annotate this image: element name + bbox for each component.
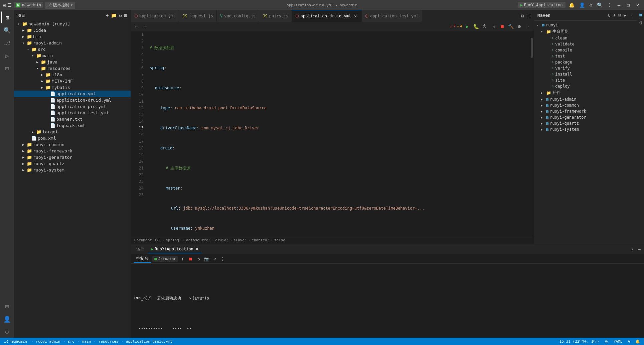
sidebar-item-mybatis[interactable]: ▶ 📁 mybatis (14, 84, 131, 91)
new-file-icon[interactable]: + (106, 13, 109, 18)
menu-icon[interactable]: ☰ (7, 2, 12, 8)
maven-item-compile[interactable]: ▶ ⚡ compile (534, 47, 637, 53)
sidebar-item-application-pro-yml[interactable]: ▶ 📄 application-pro.yml (14, 103, 131, 110)
console-restart-button[interactable]: ↻ (195, 256, 202, 262)
status-input-method[interactable]: A (626, 339, 631, 344)
console-more2-button[interactable]: ⋮ (219, 256, 226, 262)
sidebar-item-main[interactable]: ▾ 📁 main (14, 52, 131, 59)
console-actuator[interactable]: Actuator (152, 256, 178, 262)
sidebar-item-src[interactable]: ▾ 📁 src (14, 46, 131, 52)
tab-pairs-js[interactable]: JS pairs.js (259, 10, 292, 22)
maven-icon-fixed[interactable]: m (639, 11, 643, 18)
bottom-tab-ruoyi[interactable]: ▶ RuoYiApplication ✕ (148, 245, 201, 253)
activity-debug[interactable]: ▷ (1, 49, 13, 62)
maven-item-lifecycle[interactable]: ▾ 📁 生命周期 (534, 28, 637, 35)
sidebar-item-banner-txt[interactable]: ▶ 📄 banner.txt (14, 116, 131, 122)
new-folder-icon[interactable]: 📁 (111, 13, 117, 18)
breadcrumb-slave[interactable]: slave: (233, 238, 247, 242)
project-branch[interactable]: N newadmin (14, 2, 43, 8)
more-icon[interactable]: ⋮ (606, 2, 613, 8)
tab-vue-config-js[interactable]: V vue.config.js (217, 10, 259, 22)
activity-remote[interactable]: ⊟ (1, 300, 13, 312)
code-content[interactable]: # 数据源配置 spring: datasource: type: com.al… (147, 31, 530, 236)
toolbar-back-button[interactable]: ← (133, 23, 140, 30)
activity-extensions[interactable]: ⊡ (1, 62, 13, 74)
sidebar-item-application-yml[interactable]: ▶ 📄 application.yml (14, 91, 131, 97)
maven-collapse2-icon[interactable]: ⊟ (618, 12, 622, 18)
activity-search[interactable]: 🔍 (1, 24, 13, 36)
sidebar-item-application-test-yml[interactable]: ▶ 📄 application-test.yml (14, 110, 131, 116)
sidebar-item-meta-inf[interactable]: ▶ 📁 META-INF (14, 78, 131, 84)
settings2-icon[interactable]: ⚙ (588, 2, 594, 8)
toolbar-build-button[interactable]: 🔨 (507, 23, 514, 30)
code-editor[interactable]: 1 2 3 4 5 6 7 8 9 10 11 12 13 14 (131, 31, 534, 236)
sidebar-item-ruoyi-admin[interactable]: ▾ 📁 ruoyi-admin (14, 40, 131, 46)
maven-item-plugins[interactable]: ▶ 📁 插件 (534, 89, 637, 96)
toolbar-stop-button[interactable]: ⏹ (498, 23, 506, 30)
sidebar-item-ruoyi-system[interactable]: ▶ 📁 ruoyi-system (14, 167, 131, 173)
sidebar-item-i18n[interactable]: ▶ 📁 i18n (14, 72, 131, 78)
tab-druid-close-button[interactable]: ✕ (353, 13, 358, 19)
status-cursor[interactable]: 15:31 (22字符, 1行) (558, 339, 601, 344)
breadcrumb-false[interactable]: false (274, 238, 285, 242)
bottom-more-button[interactable]: ⋮ (629, 246, 636, 252)
toolbar-debug-button[interactable]: 🐛 (472, 23, 480, 30)
sidebar-item-idea[interactable]: ▶ 📁 .idea (14, 27, 131, 33)
breadcrumb-druid[interactable]: druid: (215, 238, 229, 242)
bottom-minimize-button[interactable]: — (637, 246, 642, 252)
activity-explorer[interactable]: ⊞ (1, 11, 13, 23)
maven-item-test[interactable]: ▶ ⚡ test (534, 53, 637, 59)
vcs-badge[interactable]: ⎇ 版本控制 ▾ (45, 2, 75, 9)
sidebar-item-target[interactable]: ▶ 📁 target (14, 129, 131, 135)
console-up-button[interactable]: ↑ (179, 256, 186, 262)
editor-scrollbar[interactable] (530, 31, 534, 236)
breadcrumb-datasource[interactable]: datasource: (186, 238, 210, 242)
close-button[interactable]: ✕ (634, 1, 641, 9)
maven-add-icon[interactable]: + (613, 12, 617, 18)
sidebar-item-bin[interactable]: ▶ 📁 bin (14, 33, 131, 40)
maximize-button[interactable]: ❐ (625, 1, 632, 9)
bottom-tab-run[interactable]: 运行 (133, 245, 148, 254)
maven-item-verify[interactable]: ▶ ⚡ verify (534, 65, 637, 71)
tab-application-yml[interactable]: ⬡ application.yml (131, 10, 179, 22)
sidebar-item-resources[interactable]: ▾ 📁 resources (14, 65, 131, 72)
breadcrumb-doc[interactable]: Document 1/1 (134, 238, 161, 242)
maven-item-validate[interactable]: ▶ ⚡ validate (534, 41, 637, 47)
maven-item-ruoyi[interactable]: ▾ m ruoyi (534, 22, 637, 28)
refresh-icon[interactable]: ↻ (119, 13, 122, 18)
sidebar-item-pom-xml[interactable]: ▶ 📄 pom.xml (14, 135, 131, 141)
breadcrumb-enabled[interactable]: enabled: (252, 238, 269, 242)
activity-account[interactable]: 👤 (1, 313, 13, 325)
maven-item-site[interactable]: ▶ ⚡ site (534, 77, 637, 83)
status-git-branch[interactable]: ⎇ newadmin (3, 339, 28, 344)
maven-item-ruoyi-generator[interactable]: ▶ m ruoyi-generator (534, 114, 637, 120)
console-output[interactable]: (♥◠‿◠)ﾉﾞ 若依启动成功 ヾ(≧▽≦*)o ---------- ----… (131, 264, 644, 338)
app-run-badge[interactable]: ▶ RuoYiApplication (518, 2, 566, 8)
maven-item-ruoyi-quartz[interactable]: ▶ m ruoyi-quartz (534, 120, 637, 126)
notification-icon[interactable]: 🔔 (568, 2, 576, 8)
sidebar-item-application-druid-yml[interactable]: ▶ 📄 application-druid.yml (14, 97, 131, 103)
tab-application-test-yml[interactable]: ⬡ application-test.yml (362, 10, 422, 22)
maven-item-install[interactable]: ▶ ⚡ install (534, 71, 637, 77)
gradle-icon[interactable]: G (639, 19, 643, 26)
maven-item-ruoyi-common[interactable]: ▶ m ruoyi-common (534, 102, 637, 108)
tab-split-button[interactable]: ⧉ (519, 13, 525, 19)
status-notification[interactable]: 🔔 (634, 339, 641, 344)
sidebar-item-ruoyi-generator[interactable]: ▶ 📁 ruoyi-generator (14, 154, 131, 160)
activity-settings[interactable]: ⚙ (1, 326, 13, 338)
console-tab-console[interactable]: 控制台 (134, 255, 151, 263)
sidebar-item-ruoyi-framework[interactable]: ▶ 📁 ruoyi-framework (14, 148, 131, 154)
sidebar-item-logback-xml[interactable]: ▶ 📄 logback.xml (14, 122, 131, 129)
console-screenshot-button[interactable]: 📷 (203, 256, 210, 262)
breadcrumb-spring[interactable]: spring: (166, 238, 181, 242)
toolbar-run-button[interactable]: ▶ (464, 23, 471, 30)
tree-root[interactable]: ▾ 📁 newadmin [ruoyi] (14, 21, 131, 27)
tab-request-js[interactable]: JS request.js (179, 10, 217, 22)
maven-item-ruoyi-framework[interactable]: ▶ m ruoyi-framework (534, 108, 637, 114)
status-language[interactable]: YAML (612, 339, 624, 344)
maven-run-icon[interactable]: ▶ (623, 12, 627, 18)
maven-item-package[interactable]: ▶ ⚡ package (534, 59, 637, 65)
toolbar-forward-button[interactable]: → (142, 23, 149, 30)
tab-application-druid-yml[interactable]: ⬡ application-druid.yml ✕ (292, 10, 362, 22)
toolbar-more2-button[interactable]: ⋮ (524, 23, 532, 30)
